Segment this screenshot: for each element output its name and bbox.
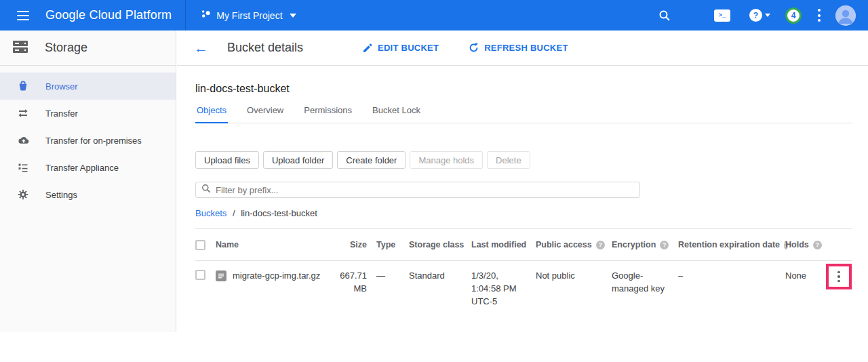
sidebar-item-label: Settings [45,190,77,200]
column-header-retention-expiration-date: Retention expiration date ? [678,240,785,249]
hamburger-menu-icon[interactable] [17,11,29,20]
pencil-icon [363,43,372,53]
sidebar-item-label: Transfer Appliance [45,163,119,173]
notifications-badge[interactable]: 4 [785,7,802,24]
tab-bucket-lock[interactable]: Bucket Lock [371,105,422,123]
page-header: ← Bucket details EDIT BUCKET REFRESH BUC… [177,31,868,66]
column-header-encryption: Encryption ? [612,240,678,249]
refresh-icon [469,43,479,53]
help-menu[interactable]: ? [749,9,770,22]
upload-files-button[interactable]: Upload files [195,151,259,169]
tab-bar: Objects Overview Permissions Bucket Lock [195,105,852,123]
top-bar: Google Cloud Platform My First Project >… [0,0,868,31]
edit-bucket-button[interactable]: EDIT BUCKET [363,43,439,53]
bucket-details-panel: lin-docs-test-bucket Objects Overview Pe… [177,66,868,362]
annotation-highlight [826,264,852,289]
project-icon [201,9,211,22]
topbar-divider [185,0,186,31]
column-header-holds: Holds ? [785,240,827,249]
column-header-last-modified: Last modified [471,240,536,249]
filter-input[interactable] [216,185,634,195]
delete-button: Delete [487,151,530,169]
column-header-type: Type [376,240,409,249]
help-icon: ? [749,9,762,22]
filter-input-container [195,182,640,198]
sidebar-item-label: Transfer [45,108,78,119]
appliance-list-icon [17,162,29,173]
refresh-bucket-label: REFRESH BUCKET [484,43,568,53]
cell-type: — [376,270,409,283]
create-folder-button[interactable]: Create folder [337,151,406,169]
gear-icon [17,189,29,200]
search-icon[interactable] [658,9,671,22]
chevron-down-icon [290,14,296,18]
sidebar-item-settings[interactable]: Settings [0,181,176,208]
cell-last-modified: 1/3/20, 1:04:58 PM UTC-5 [471,270,536,308]
sidebar-item-transfer-on-premises[interactable]: Transfer for on-premises [0,127,176,154]
upload-folder-button[interactable]: Upload folder [263,151,333,169]
back-arrow-icon[interactable]: ← [194,41,208,55]
sidebar-header: Storage [0,31,176,66]
table-row: migrate-gcp-img.tar.gz 667.71 MB — Stand… [195,261,852,308]
objects-table: Name Size Type Storage class Last modifi… [195,229,852,308]
row-overflow-menu-icon[interactable] [837,270,840,283]
bucket-name: lin-docs-test-bucket [195,83,852,95]
sidebar-nav: Browser Transfer Transfer for on-premise… [0,66,176,208]
bucket-icon [17,81,29,92]
cell-size: 667.71 MB [334,270,376,296]
cell-retention-expiration-date: – [678,270,785,283]
sidebar-item-browser[interactable]: Browser [0,73,176,100]
help-icon[interactable]: ? [813,241,822,249]
breadcrumb-buckets-link[interactable]: Buckets [195,208,226,218]
storage-product-icon [12,40,28,56]
chevron-down-icon [765,14,770,17]
breadcrumb-separator: / [233,208,235,218]
row-checkbox[interactable] [195,270,205,280]
transfer-arrows-icon [17,108,29,119]
breadcrumb-current: lin-docs-test-bucket [241,208,317,218]
cell-public-access: Not public [536,270,612,283]
tab-permissions[interactable]: Permissions [302,105,353,123]
action-button-row: Upload files Upload folder Create folder… [195,151,852,169]
tab-objects[interactable]: Objects [195,105,228,123]
cloud-shell-icon[interactable]: >_ [714,9,730,22]
manage-holds-button: Manage holds [410,151,483,169]
object-file-icon [216,270,226,281]
sidebar-title: Storage [45,41,87,55]
sidebar-item-transfer-appliance[interactable]: Transfer Appliance [0,154,176,181]
cell-holds: None [785,270,827,283]
select-all-checkbox[interactable] [195,240,205,250]
help-icon[interactable]: ? [660,241,669,249]
object-name-link[interactable]: migrate-gcp-img.tar.gz [233,270,320,283]
page-title: Bucket details [227,41,303,55]
table-header-row: Name Size Type Storage class Last modifi… [195,229,852,261]
cell-encryption: Google-managed key [612,270,678,296]
column-header-name: Name [216,240,334,249]
tab-overview[interactable]: Overview [245,105,285,123]
sidebar-item-transfer[interactable]: Transfer [0,100,176,127]
avatar[interactable] [835,5,856,26]
search-icon [201,184,211,196]
edit-bucket-label: EDIT BUCKET [378,43,439,53]
column-header-storage-class: Storage class [409,240,471,249]
sidebar: Storage Browser Transfer [0,31,176,332]
project-name: My First Project [216,10,282,21]
cloud-upload-icon [17,136,29,145]
sidebar-item-label: Transfer for on-premises [45,136,142,146]
project-selector[interactable]: My First Project [201,9,296,22]
column-header-size: Size [334,240,376,249]
product-name[interactable]: Google Cloud Platform [45,8,172,22]
refresh-bucket-button[interactable]: REFRESH BUCKET [469,43,568,53]
help-icon[interactable]: ? [596,241,605,249]
more-options-icon[interactable] [818,8,821,23]
sidebar-item-label: Browser [45,81,78,92]
breadcrumb: Buckets / lin-docs-test-bucket [195,208,852,218]
cell-storage-class: Standard [409,270,471,283]
column-header-public-access: Public access ? [536,240,612,249]
